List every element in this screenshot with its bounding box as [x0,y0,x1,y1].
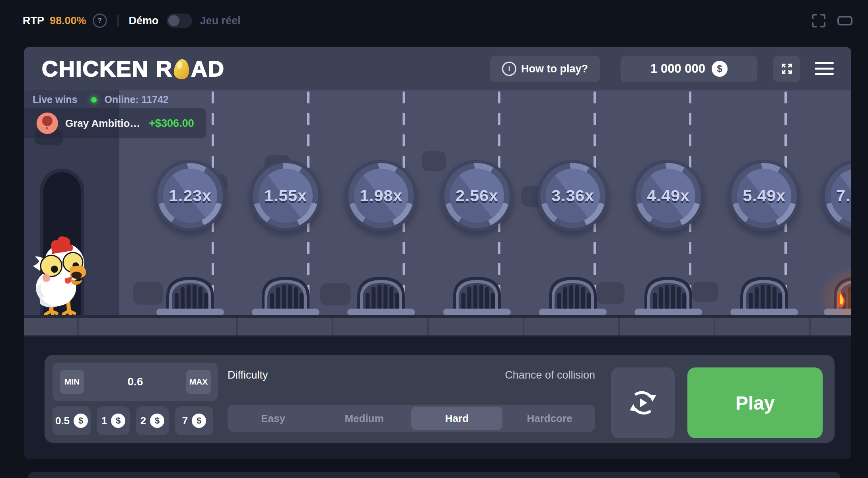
rtp-value: 98.00% [50,15,86,27]
demo-label: Démo [129,15,159,27]
difficulty-tab-medium[interactable]: Medium [319,405,410,432]
multiplier-disc: 1.23x [154,160,226,231]
india-flag-icon [37,127,58,134]
multiplier-disc: 3.36x [537,160,609,231]
difficulty-tab-easy[interactable]: Easy [228,405,319,432]
multiplier-label: 3.36x [551,187,594,205]
dollar-coin-icon: $ [111,414,125,428]
multiplier-label: 1.23x [169,187,212,205]
demo-real-toggle[interactable] [167,14,192,28]
manhole-grate [347,272,415,316]
multiplier-label: 4.49x [647,187,690,205]
multiplier-disc: 4.49x [633,160,704,231]
live-wins-label: Live wins [33,94,78,105]
dollar-coin-icon: $ [150,414,164,428]
game-header: CHICKEN R AD i How to play? 1 000 000 [24,47,851,90]
road-stain [320,283,350,305]
live-win-entry[interactable]: Gray Ambitio… +$306.00 [24,108,206,138]
quick-bet-button[interactable]: 7 $ [175,406,213,435]
theater-mode-icon[interactable] [836,13,854,29]
quick-bet-value: 2 [140,415,146,427]
fire-icon [830,269,851,313]
quick-bet-value: 1 [101,415,107,427]
difficulty-tab-hardcore[interactable]: Hardcore [504,405,595,432]
dollar-coin-icon: $ [712,61,728,77]
quick-bet-button[interactable]: 2 $ [136,406,169,435]
multiplier-disc: 1.98x [345,160,417,231]
fullscreen-icon[interactable] [811,13,827,29]
logo-text-prefix: CHICKEN R [42,56,173,82]
logo-text-suffix: AD [191,56,225,82]
game-logo: CHICKEN R AD [42,47,225,90]
chicken-character [31,232,88,317]
how-to-play-button[interactable]: i How to play? [490,56,600,82]
winner-amount: +$306.00 [149,117,194,130]
egg-icon [172,57,191,81]
multiplier-disc: 2.56x [441,160,513,231]
manhole-grate [252,272,319,316]
min-bet-button[interactable]: MIN [60,370,84,394]
manhole-grate [443,272,511,316]
game-canvas: 1.23x 1.55x 1.98x 2.56x 3.36x 4.49x [24,90,851,336]
sidewalk [24,318,851,335]
difficulty-label: Difficulty [228,369,268,381]
divider [117,15,119,27]
road-edge [24,315,851,318]
question-icon[interactable]: ? [93,14,107,28]
control-panel: MIN 0.6 MAX 0.5 $ 1 $ 2 $ 7 $ Difficulty… [45,355,835,443]
difficulty-selector: Easy Medium Hard Hardcore [228,405,595,432]
expand-button[interactable] [773,56,800,82]
quick-bet-button[interactable]: 1 $ [97,406,130,435]
manhole-grate [539,272,607,316]
manhole-grate [156,272,224,316]
max-bet-button[interactable]: MAX [186,370,211,394]
toggle-knob [168,15,179,26]
game-window: CHICKEN R AD i How to play? 1 000 000 [24,47,851,459]
live-wins-bar: Live wins Online: 11742 [33,94,169,105]
multiplier-label: 2.56x [455,187,498,205]
online-dot-icon [91,97,97,103]
multiplier-label: 1.98x [360,187,403,205]
balance-value: 1 000 000 [650,62,705,76]
multiplier-disc: 5.49x [728,160,800,231]
quick-bet-value: 0.5 [55,415,70,427]
avatar-head [42,116,53,126]
bet-amount-box: MIN 0.6 MAX [53,363,218,401]
chicken-road-app: RTP 98.00% ? Démo Jeu réel CHICKEN R [0,0,868,478]
dollar-coin-icon: $ [74,414,88,428]
how-to-play-label: How to play? [521,63,588,75]
quick-bet-value: 7 [182,415,188,427]
multiplier-label: 7.53x [836,187,851,205]
multiplier-label: 5.49x [743,187,786,205]
balance-display: 1 000 000 $ [621,56,757,82]
autoplay-icon [627,387,658,418]
sidewalk-shade [24,335,851,336]
manhole-grate [730,272,798,316]
avatar [37,113,58,134]
difficulty-tab-hard[interactable]: Hard [411,407,502,430]
manhole-grate [634,272,702,316]
quick-bet-button[interactable]: 0.5 $ [53,406,91,435]
bet-amount-input[interactable]: 0.6 [88,363,182,401]
road-stain [422,151,446,171]
chance-of-collision-label: Chance of collision [442,369,595,381]
winner-name: Gray Ambitio… [65,117,140,130]
window-controls [811,10,854,31]
info-icon: i [502,62,516,76]
online-count: Online: 11742 [105,94,169,105]
top-bar: RTP 98.00% ? Démo Jeu réel [23,10,241,31]
rtp-label: RTP [23,15,44,27]
real-mode-label: Jeu réel [200,15,241,27]
multiplier-label: 1.55x [264,187,307,205]
dollar-coin-icon: $ [192,414,206,428]
next-section-edge [28,472,840,478]
menu-icon[interactable] [815,60,834,77]
expand-arrows-icon [780,62,794,76]
multiplier-disc: 1.55x [250,160,321,231]
play-button[interactable]: Play [687,367,823,438]
autoplay-button[interactable] [611,367,675,438]
